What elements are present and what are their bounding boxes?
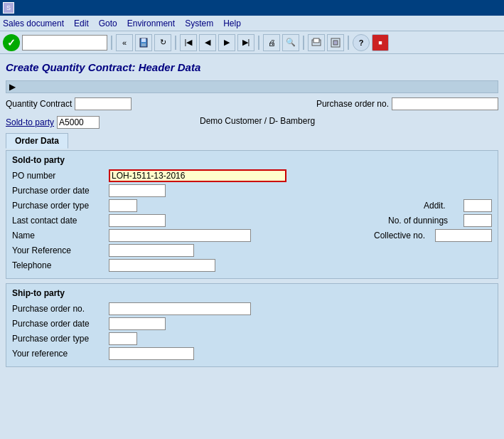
telephone-input[interactable] bbox=[109, 259, 215, 272]
print-button[interactable]: 🖨 bbox=[263, 34, 280, 51]
page-first-button[interactable]: |◀ bbox=[180, 34, 197, 51]
page-prev-button[interactable]: ◀ bbox=[199, 34, 216, 51]
tab-order-data[interactable]: Order Data bbox=[6, 133, 68, 149]
title-bar: S bbox=[0, 0, 504, 16]
sold-to-party-header-input[interactable] bbox=[57, 116, 100, 129]
page-next-button[interactable]: ▶ bbox=[218, 34, 235, 51]
purchase-order-date-row: Purchase order date bbox=[12, 184, 492, 197]
name-collective-row: Name Collective no. bbox=[12, 229, 492, 242]
purchase-order-no-label: Purchase order no. bbox=[316, 99, 389, 109]
quantity-contract-group: Quantity Contract bbox=[6, 97, 132, 110]
ship-po-date-row: Purchase order date bbox=[12, 317, 492, 330]
ship-po-type-row: Purchase order type bbox=[12, 332, 492, 345]
ship-your-reference-input[interactable] bbox=[109, 347, 194, 360]
sold-to-party-section-title: Sold-to party bbox=[12, 155, 492, 165]
ship-to-party-section: Ship-to party Purchase order no. Purchas… bbox=[6, 283, 498, 367]
menu-edit[interactable]: Edit bbox=[74, 18, 89, 28]
collapse-row[interactable]: ▶ bbox=[6, 80, 498, 93]
sold-to-party-header-group: Sold-to party bbox=[6, 116, 100, 129]
collective-no-input[interactable] bbox=[435, 229, 492, 242]
ship-to-party-section-title: Ship-to party bbox=[12, 288, 492, 298]
name-label: Name bbox=[12, 231, 104, 240]
ship-purchase-order-type-input[interactable] bbox=[109, 332, 137, 345]
toolbar: ✓ « ↻ |◀ ◀ ▶ ▶| 🖨 🔍 ? ■ bbox=[0, 31, 504, 54]
settings-button[interactable]: ■ bbox=[372, 34, 389, 51]
separator-5 bbox=[348, 36, 349, 50]
btn-2[interactable] bbox=[327, 34, 344, 51]
header-fields: Quantity Contract Purchase order no. bbox=[6, 96, 498, 112]
ship-purchase-order-date-label: Purchase order date bbox=[12, 319, 104, 329]
po-number-row: PO number bbox=[12, 169, 492, 182]
confirm-button[interactable]: ✓ bbox=[3, 34, 20, 51]
separator-2 bbox=[175, 36, 176, 50]
save-button[interactable] bbox=[135, 34, 152, 51]
your-reference-label: Your Reference bbox=[12, 245, 104, 255]
your-reference-input[interactable] bbox=[109, 244, 194, 257]
page-last-button[interactable]: ▶| bbox=[237, 34, 254, 51]
addit-input[interactable] bbox=[463, 199, 492, 212]
back-button[interactable]: « bbox=[116, 34, 133, 51]
telephone-row: Telephone bbox=[12, 259, 492, 272]
menu-sales-document[interactable]: Sales document bbox=[3, 18, 64, 28]
ship-po-no-row: Purchase order no. bbox=[12, 302, 492, 315]
collective-no-label: Collective no. bbox=[374, 231, 431, 240]
ship-your-reference-label: Your reference bbox=[12, 349, 104, 359]
svg-rect-1 bbox=[141, 38, 146, 42]
last-contact-date-label: Last contact date bbox=[12, 216, 104, 226]
purchase-order-date-label: Purchase order date bbox=[12, 186, 104, 196]
telephone-label: Telephone bbox=[12, 260, 104, 270]
purchase-order-no-group: Purchase order no. bbox=[316, 97, 498, 110]
ship-purchase-order-date-input[interactable] bbox=[109, 317, 166, 330]
po-number-label: PO number bbox=[12, 171, 104, 181]
main-content: Create Quantity Contract: Header Data ▶ … bbox=[0, 54, 504, 376]
separator-4 bbox=[303, 36, 304, 50]
help-button[interactable]: ? bbox=[353, 34, 370, 51]
tabs-row: Order Data bbox=[6, 133, 498, 149]
refresh-button[interactable]: ↻ bbox=[154, 34, 171, 51]
last-contact-dunnings-row: Last contact date No. of dunnings bbox=[12, 214, 492, 227]
sold-to-party-section: Sold-to party PO number Purchase order d… bbox=[6, 150, 498, 279]
po-number-input[interactable] bbox=[109, 169, 286, 182]
no-of-dunnings-input[interactable] bbox=[463, 214, 492, 227]
sold-to-party-header-row: Sold-to party Demo Customer / D- Bamberg bbox=[6, 115, 498, 130]
ship-purchase-order-no-label: Purchase order no. bbox=[12, 304, 104, 314]
svg-rect-4 bbox=[313, 38, 319, 43]
btn-1[interactable] bbox=[308, 34, 325, 51]
menu-system[interactable]: System bbox=[185, 18, 213, 28]
your-reference-row: Your Reference bbox=[12, 244, 492, 257]
purchase-order-no-input[interactable] bbox=[392, 97, 498, 110]
ship-purchase-order-no-input[interactable] bbox=[109, 302, 251, 315]
toolbar-input[interactable] bbox=[22, 35, 107, 51]
purchase-order-type-input[interactable] bbox=[109, 199, 137, 212]
customer-info: Demo Customer / D- Bamberg bbox=[200, 116, 315, 126]
quantity-contract-input[interactable] bbox=[75, 97, 132, 110]
purchase-order-type-label: Purchase order type bbox=[12, 201, 104, 211]
sold-to-party-header-label[interactable]: Sold-to party bbox=[6, 117, 54, 127]
menu-environment[interactable]: Environment bbox=[127, 18, 175, 28]
menu-goto[interactable]: Goto bbox=[99, 18, 117, 28]
find-button[interactable]: 🔍 bbox=[282, 34, 299, 51]
separator-1 bbox=[111, 36, 112, 50]
purchase-order-date-input[interactable] bbox=[109, 184, 166, 197]
addit-label: Addit. bbox=[424, 201, 459, 211]
name-input[interactable] bbox=[109, 229, 251, 242]
separator-3 bbox=[258, 36, 259, 50]
last-contact-date-input[interactable] bbox=[109, 214, 166, 227]
svg-rect-6 bbox=[333, 41, 338, 45]
svg-rect-2 bbox=[141, 43, 146, 46]
no-of-dunnings-label: No. of dunnings bbox=[388, 216, 459, 226]
menu-help[interactable]: Help bbox=[223, 18, 241, 28]
quantity-contract-label: Quantity Contract bbox=[6, 99, 72, 109]
ship-purchase-order-type-label: Purchase order type bbox=[12, 334, 104, 344]
menu-bar: Sales document Edit Goto Environment Sys… bbox=[0, 16, 504, 31]
ship-your-reference-row: Your reference bbox=[12, 347, 492, 360]
customer-info-group: Demo Customer / D- Bamberg bbox=[200, 116, 315, 126]
app-icon: S bbox=[3, 2, 14, 14]
collapse-icon: ▶ bbox=[9, 82, 16, 92]
po-type-addit-row: Purchase order type Addit. bbox=[12, 199, 492, 212]
page-title: Create Quantity Contract: Header Data bbox=[6, 58, 498, 76]
